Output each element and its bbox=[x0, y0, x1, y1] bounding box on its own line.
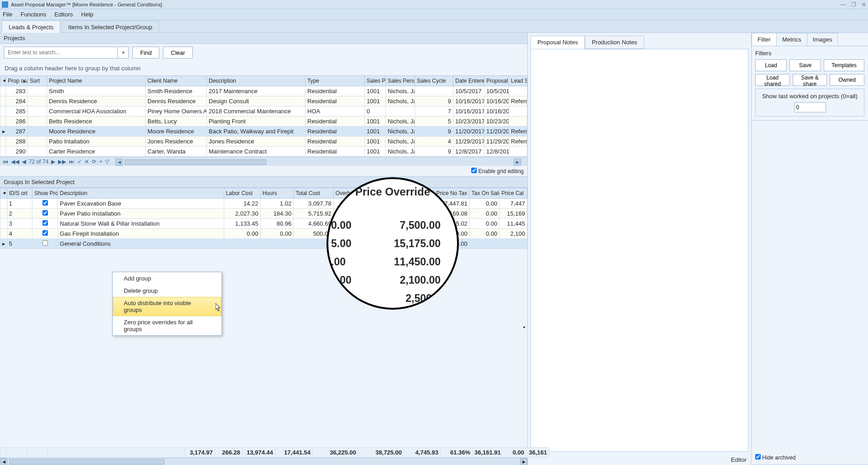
table-row[interactable]: 286 Betts ResidenceBetts, LucyPlanting F… bbox=[0, 116, 527, 127]
save-share-button[interactable]: Save & share bbox=[793, 74, 827, 86]
notes-editor-area[interactable] bbox=[531, 49, 748, 452]
menu-help[interactable]: Help bbox=[81, 11, 94, 18]
hide-archived-checkbox[interactable] bbox=[755, 454, 761, 460]
total-tax: 0.00 bbox=[502, 448, 526, 458]
gcol-idsort[interactable]: ID/S ort▲ bbox=[7, 188, 32, 199]
gcol-hours[interactable]: Hours bbox=[260, 188, 294, 199]
col-sales-cycle[interactable]: Sales Cycle bbox=[415, 76, 453, 86]
table-row[interactable]: 284 Dennis ResidenceDennis ResidenceDesi… bbox=[0, 96, 527, 106]
gcol-price-cal[interactable]: Price Cal bbox=[500, 188, 527, 199]
minimize-button[interactable]: — bbox=[840, 1, 846, 8]
templates-button[interactable]: Templates bbox=[824, 59, 864, 71]
search-input[interactable] bbox=[4, 47, 118, 58]
table-row[interactable]: ▸ 287 Moore ResidenceMoore ResidenceBack… bbox=[0, 127, 527, 137]
rtab-images[interactable]: Images bbox=[807, 33, 838, 46]
nav-last-icon[interactable]: ⏭ bbox=[69, 159, 74, 165]
show-pro-checkbox[interactable] bbox=[42, 240, 48, 246]
col-sort[interactable]: Sort bbox=[28, 76, 47, 86]
enable-grid-editing-checkbox[interactable] bbox=[471, 168, 477, 173]
tab-items-selected[interactable]: Items In Selected Project/Group bbox=[61, 21, 159, 32]
col-sales-person-id[interactable]: Sales Person bbox=[365, 76, 386, 86]
clear-button[interactable]: Clear bbox=[163, 47, 193, 58]
groups-header: Groups In Selected Project bbox=[0, 176, 527, 188]
grid-navigator: ⏮ ◀◀ ◀ 72 of 74 ▶ ▶▶ ⏭ ✓ ✕ ⟳ + ▽ ◀ ▶ bbox=[0, 157, 527, 166]
total-price-estimate: 36,225.00 bbox=[313, 448, 358, 458]
hscroll-left-icon[interactable]: ◀ bbox=[116, 159, 123, 166]
col-type[interactable]: Type bbox=[305, 76, 365, 86]
ctx-add-group[interactable]: Add group bbox=[113, 272, 221, 285]
group-hint[interactable]: Drag a column header here to group by th… bbox=[0, 61, 527, 75]
show-pro-checkbox[interactable] bbox=[42, 210, 48, 216]
col-project-name[interactable]: Project Name bbox=[47, 76, 146, 86]
hide-archived-label: Hide archived bbox=[762, 454, 795, 461]
menu-functions[interactable]: Functions bbox=[21, 11, 46, 18]
maximize-button[interactable]: ❐ bbox=[851, 1, 856, 8]
show-last-input[interactable] bbox=[794, 102, 826, 112]
nav-cancel-icon[interactable]: ✕ bbox=[84, 159, 89, 165]
nav-tool-icon[interactable]: ✓ bbox=[77, 159, 82, 165]
hscroll-thumb[interactable] bbox=[125, 159, 266, 165]
tab-production-notes[interactable]: Production Notes bbox=[585, 36, 644, 49]
context-menu: Add group Delete group Auto distribute i… bbox=[112, 272, 222, 336]
save-button[interactable]: Save bbox=[789, 59, 821, 71]
g-hscroll-right-icon[interactable]: ▶ bbox=[520, 458, 527, 465]
tab-leads-projects[interactable]: Leads & Projects bbox=[2, 21, 60, 33]
table-row[interactable]: 285 Commercial HOA AssociationPiney Home… bbox=[0, 106, 527, 116]
nav-next-page-icon[interactable]: ▶▶ bbox=[58, 159, 66, 165]
load-shared-button[interactable]: Load shared bbox=[755, 74, 790, 86]
nav-counter: 72 of 74 bbox=[29, 159, 48, 165]
ctx-delete-group[interactable]: Delete group bbox=[113, 285, 221, 297]
nav-prev-icon[interactable]: ◀ bbox=[22, 159, 26, 165]
nav-first-icon[interactable]: ⏮ bbox=[3, 159, 8, 165]
g-row-indicator[interactable]: ✦ bbox=[0, 188, 7, 199]
ctx-auto-distribute[interactable]: Auto distribute into visible groups bbox=[113, 297, 221, 316]
nav-refresh-icon[interactable]: ⟳ bbox=[92, 159, 96, 165]
row-indicator-col[interactable]: ✦ bbox=[0, 76, 6, 86]
table-row[interactable]: 290 Carter ResidenceCarter, WandaMainten… bbox=[0, 147, 527, 157]
table-row[interactable]: 283 SmithSmith Residence2017 Maintenance… bbox=[0, 86, 527, 96]
total-pcal: 36,161 bbox=[526, 448, 549, 458]
table-row[interactable]: 288 Patio IntallationJones ResidenceJone… bbox=[0, 137, 527, 147]
find-button[interactable]: Find bbox=[132, 47, 159, 58]
owned-button[interactable]: Owned bbox=[830, 74, 864, 86]
gcol-description[interactable]: Description bbox=[58, 188, 224, 199]
show-pro-checkbox[interactable] bbox=[42, 200, 48, 206]
total-labor-cost: 3,174.97 bbox=[185, 448, 215, 458]
show-last-label: Show last worked on projects (0=all) bbox=[759, 93, 860, 100]
gcol-tax-on-sale[interactable]: Tax On Sale bbox=[469, 188, 499, 199]
total-price-override: 38,725.00 bbox=[358, 448, 404, 458]
g-hscroll-left-icon[interactable]: ◀ bbox=[0, 458, 7, 465]
col-sales-person-name[interactable]: Sales Person bbox=[386, 76, 415, 86]
col-lead-source[interactable]: Lead Source bbox=[509, 76, 527, 86]
show-pro-checkbox[interactable] bbox=[42, 220, 48, 226]
gcol-showpro[interactable]: Show Pro bbox=[32, 188, 58, 199]
nav-filter-icon[interactable]: ▽ bbox=[105, 159, 109, 165]
load-button[interactable]: Load bbox=[755, 59, 787, 71]
total-hours: 266.28 bbox=[215, 448, 242, 458]
nav-add-icon[interactable]: + bbox=[99, 159, 102, 165]
col-description[interactable]: Description bbox=[207, 76, 305, 86]
ctx-zero-overrides[interactable]: Zero price overrides for all groups bbox=[113, 316, 221, 335]
app-icon bbox=[2, 1, 8, 8]
tab-proposal-notes[interactable]: Proposal Notes bbox=[531, 36, 585, 49]
search-dropdown-icon[interactable]: ▾ bbox=[118, 47, 129, 58]
projects-header: Projects bbox=[0, 33, 527, 44]
g-hscroll-thumb[interactable] bbox=[9, 459, 164, 465]
col-client-name[interactable]: Client Name bbox=[146, 76, 207, 86]
rtab-filter[interactable]: Filter bbox=[752, 33, 777, 46]
col-date-entered[interactable]: Date Entered bbox=[453, 76, 484, 86]
show-pro-checkbox[interactable] bbox=[42, 230, 48, 236]
total-cost: 13,974.44 bbox=[242, 448, 275, 458]
col-proposal-date[interactable]: Proposal Date bbox=[484, 76, 509, 86]
close-button[interactable]: ✕ bbox=[862, 1, 866, 8]
rtab-metrics[interactable]: Metrics bbox=[776, 33, 807, 46]
menu-file[interactable]: File bbox=[3, 11, 12, 18]
gcol-labor-cost[interactable]: Labor Cost bbox=[224, 188, 260, 199]
nav-prev-page-icon[interactable]: ◀◀ bbox=[11, 159, 19, 165]
hscroll-right-icon[interactable]: ▶ bbox=[514, 159, 521, 166]
filters-label: Filters bbox=[755, 50, 864, 57]
nav-next-icon[interactable]: ▶ bbox=[51, 159, 55, 165]
menu-editors[interactable]: Editors bbox=[54, 11, 73, 18]
col-proposal[interactable]: Prop osal▲ bbox=[6, 76, 28, 86]
gcol-total-cost[interactable]: Total Cost bbox=[294, 188, 333, 199]
